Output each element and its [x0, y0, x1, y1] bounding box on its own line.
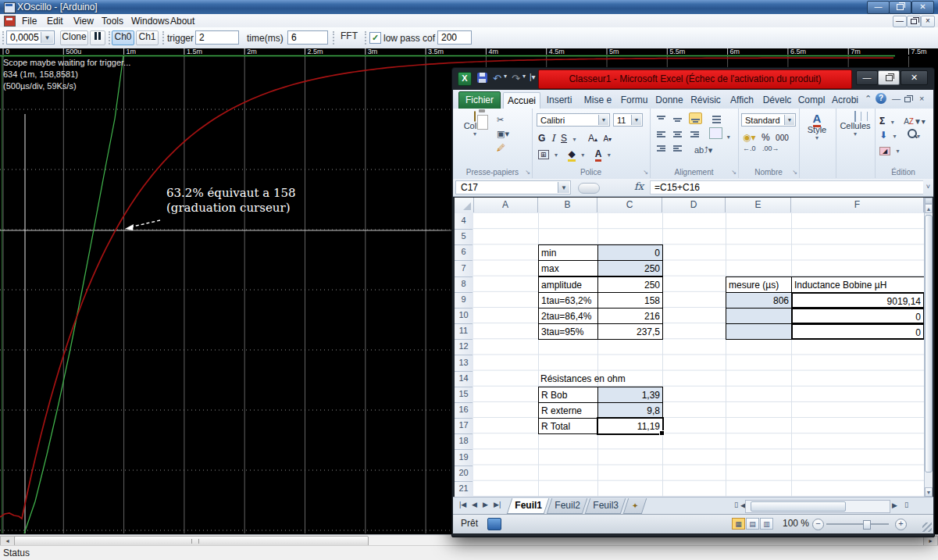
align-top-icon[interactable]	[655, 114, 667, 124]
fft-button[interactable]: FFT	[337, 30, 362, 45]
scroll-down-icon[interactable]: ▼	[925, 487, 933, 497]
dialog-launcher-icon[interactable]: ↘	[731, 169, 736, 176]
hscroll-right-icon[interactable]: ▶	[892, 501, 897, 509]
last-sheet-icon[interactable]: ▶|	[494, 501, 501, 508]
cell-C10[interactable]: 216	[597, 308, 663, 324]
tab-affichage[interactable]: Affich	[726, 92, 758, 109]
cell-B7[interactable]: max	[538, 260, 598, 276]
autosum-icon[interactable]: Σ	[879, 116, 885, 127]
zoom-slider[interactable]	[826, 523, 889, 525]
cell-B9[interactable]: 1tau=63,2%	[538, 292, 598, 309]
split-handle[interactable]	[925, 198, 933, 204]
font-size-combobox[interactable]: 11▼	[613, 113, 643, 127]
row-header-16[interactable]: 16	[455, 402, 473, 419]
dialog-launcher-icon[interactable]: ↘	[643, 169, 648, 176]
row-header-14[interactable]: 14	[455, 371, 473, 387]
increase-indent-icon[interactable]	[672, 143, 683, 153]
row-header-15[interactable]: 15	[455, 387, 473, 403]
workbook-restore-icon[interactable]	[904, 94, 911, 103]
zoom-out-icon[interactable]: −	[812, 519, 824, 530]
row-header-18[interactable]: 18	[455, 433, 473, 450]
column-header-E[interactable]: E	[726, 198, 791, 212]
column-header-C[interactable]: C	[597, 198, 662, 212]
currency-icon[interactable]: ◉▾	[743, 132, 756, 143]
tab-complements[interactable]: Compl	[796, 92, 827, 109]
mdi-minimize-button[interactable]: —	[893, 16, 907, 27]
zoom-slider-thumb[interactable]	[863, 520, 871, 530]
insert-function-icon[interactable]: fx	[631, 180, 647, 194]
save-icon[interactable]	[477, 73, 487, 83]
excel-minimize-button[interactable]: —	[856, 70, 878, 85]
excel-restore-button[interactable]	[878, 70, 900, 85]
row-header-21[interactable]: 21	[455, 481, 473, 498]
column-header-F[interactable]: F	[791, 198, 924, 212]
row-header-10[interactable]: 10	[455, 308, 473, 324]
increase-decimal-icon[interactable]: ←.0	[743, 144, 756, 152]
tab-acrobat[interactable]: Acrobi	[829, 92, 861, 109]
name-box[interactable]: C17 ▼	[455, 180, 571, 194]
column-header-D[interactable]: D	[662, 198, 726, 212]
mdi-restore-button[interactable]	[907, 16, 921, 27]
italic-button[interactable]: I	[551, 133, 555, 144]
dialog-launcher-icon[interactable]: ↘	[525, 169, 530, 176]
lowpass-checkbox[interactable]: ✓	[369, 32, 381, 44]
macro-record-icon[interactable]	[487, 518, 501, 530]
borders-button[interactable]: ⊞	[538, 150, 549, 159]
tab-insertion[interactable]: Inserti	[540, 92, 578, 109]
excel-close-button[interactable]: ✕	[901, 70, 928, 85]
sheet-tab-feuil1[interactable]: Feuil1	[507, 498, 549, 514]
row-header-17[interactable]: 17	[455, 418, 473, 434]
formula-input[interactable]: =C15+C16	[650, 180, 923, 194]
close-button[interactable]: ✕	[911, 1, 934, 14]
row-header-13[interactable]: 13	[455, 355, 473, 372]
zoom-in-icon[interactable]: +	[895, 519, 907, 530]
thousands-icon[interactable]: 000	[776, 134, 789, 142]
align-center-icon[interactable]	[672, 129, 683, 139]
zoom-level[interactable]: 100 %	[783, 518, 809, 529]
column-header-A[interactable]: A	[473, 198, 538, 212]
cell-F8[interactable]: Inductance Bobine µH	[791, 276, 925, 293]
cell-E9[interactable]: 806	[726, 292, 792, 309]
timebase-combobox[interactable]: 0,0005 ▼	[6, 30, 55, 45]
cell-F10[interactable]: 0	[791, 308, 925, 324]
align-bottom-icon[interactable]	[689, 112, 702, 124]
menu-windows[interactable]: Windows	[128, 15, 173, 27]
chevron-down-icon[interactable]: ▼	[41, 32, 53, 43]
select-all-corner[interactable]	[455, 198, 474, 212]
cell-E8[interactable]: mesure (µs)	[726, 276, 792, 293]
expand-formula-bar-icon[interactable]: ˅	[926, 183, 930, 191]
align-right-icon[interactable]	[689, 129, 701, 139]
bold-button[interactable]: G	[538, 133, 545, 144]
first-sheet-icon[interactable]: |◀	[459, 501, 466, 508]
name-box-dropdown-icon[interactable]: ▼	[558, 182, 569, 193]
tab-fichier[interactable]: Fichier	[458, 91, 501, 110]
worksheet-grid[interactable]: min 0 max 250 amplitude 250 1tau=63,2% 1…	[473, 213, 924, 497]
tab-donnees[interactable]: Donne	[653, 92, 686, 109]
underline-dropdown-icon[interactable]: ▾	[572, 136, 576, 143]
cell-F11[interactable]: 0	[791, 323, 925, 340]
decrease-decimal-icon[interactable]: .00→	[762, 144, 779, 152]
cell-C16[interactable]: 9,8	[597, 402, 663, 419]
row-header-7[interactable]: 7	[455, 261, 473, 277]
hscroll-split-handle[interactable]: ▯	[904, 501, 908, 508]
cell-E11[interactable]	[726, 323, 792, 340]
menu-file[interactable]: File	[19, 15, 40, 27]
cell-C8[interactable]: 250	[597, 276, 663, 293]
fill-color-button[interactable]: ◆	[568, 148, 575, 162]
row-header-12[interactable]: 12	[455, 339, 473, 355]
ch0-toggle-button[interactable]: Ch0	[112, 30, 134, 45]
minimize-button[interactable]: —	[867, 1, 890, 14]
align-left-icon[interactable]	[655, 129, 667, 139]
vertical-scrollbar[interactable]: ▲ ▼	[924, 198, 933, 497]
cell-B15[interactable]: R Bob	[538, 387, 598, 403]
merge-center-icon[interactable]	[709, 127, 722, 139]
insert-sheet-icon[interactable]: ✦	[623, 498, 647, 514]
clear-dropdown-icon[interactable]: ▾	[897, 148, 900, 155]
cell-B10[interactable]: 2tau=86,4%	[538, 308, 598, 324]
redo-dropdown-icon[interactable]: ▾	[522, 73, 526, 80]
percent-icon[interactable]: %	[761, 132, 770, 143]
help-icon[interactable]: ?	[876, 93, 886, 104]
row-header-4[interactable]: 4	[455, 213, 473, 230]
cell-B8[interactable]: amplitude	[538, 276, 598, 293]
number-format-combobox[interactable]: Standard▼	[741, 113, 796, 127]
